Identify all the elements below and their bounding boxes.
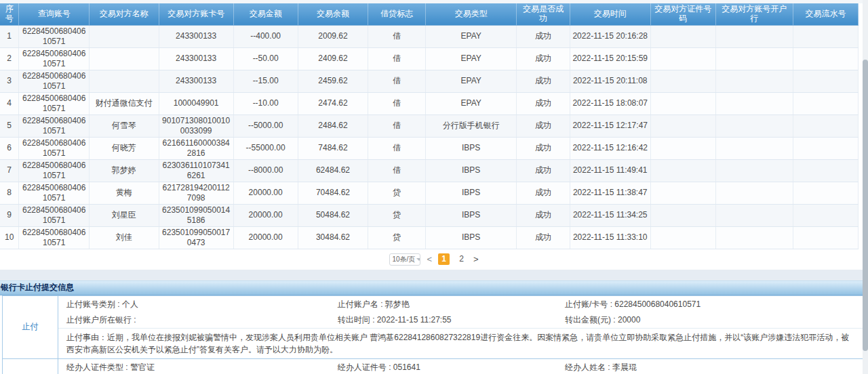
table-row: 26228450068040610571243300133--50.002409… <box>0 47 859 70</box>
table-cell: EPAY <box>426 47 517 70</box>
table-cell: IBPS <box>426 226 517 249</box>
table-cell: 6228450068040610571 <box>19 92 90 115</box>
table-cell: 2484.62 <box>298 115 368 137</box>
table-cell <box>793 92 858 115</box>
table-cell <box>793 182 858 204</box>
table-cell: 243300133 <box>159 70 233 92</box>
table-cell: 30484.62 <box>298 226 368 249</box>
table-cell: 7484.62 <box>298 137 368 159</box>
table-cell: 刘星臣 <box>90 204 159 226</box>
page-button-2[interactable]: 2 <box>456 253 467 265</box>
table-cell: 成功 <box>517 92 570 115</box>
table-cell: 6228450068040610571 <box>19 182 90 204</box>
table-cell: IBPS <box>426 204 517 226</box>
table-row: 86228450068040610571黄梅621728194200112709… <box>0 182 859 204</box>
field-transfer-amount: 转出金额(元) : 20000 <box>565 314 864 326</box>
next-page-button[interactable]: > <box>473 255 479 264</box>
column-header: 交易对方名称 <box>90 3 159 25</box>
table-cell <box>793 25 858 47</box>
field-row: 止付账户所在银行 : 转出时间 : 2022-11-15 11:27:55 转出… <box>58 312 864 328</box>
table-cell <box>650 70 715 92</box>
table-cell <box>715 226 793 249</box>
group-label-zhifu: 止付 <box>3 296 58 359</box>
table-cell: 2409.62 <box>298 47 368 70</box>
field-agent-name: 经办人姓名 : 李晨琨 <box>565 362 864 373</box>
table-cell <box>715 137 793 159</box>
table-cell: 成功 <box>517 159 570 182</box>
table-row: 96228450068040610571刘星臣62350109905001451… <box>0 204 859 226</box>
table-cell: EPAY <box>426 92 517 115</box>
table-row: 106228450068040610571刘佳62350109905001704… <box>0 226 859 249</box>
group-label-text: 止付 <box>22 321 39 333</box>
group-label-agent: 经办信息 <box>3 359 58 374</box>
table-cell <box>650 47 715 70</box>
table-cell: 6235010990500170473 <box>159 226 233 249</box>
vertical-scrollbar-thumb[interactable] <box>863 60 868 351</box>
table-cell: 243300133 <box>159 47 233 70</box>
table-cell: --10.00 <box>233 92 298 115</box>
table-cell: 4 <box>0 92 19 115</box>
prev-page-button[interactable]: < <box>427 255 432 264</box>
table-cell <box>793 204 858 226</box>
table-cell: 2022-11-15 11:33:10 <box>570 226 650 249</box>
table-cell: 7 <box>0 159 19 182</box>
table-cell: --55000.00 <box>233 137 298 159</box>
table-cell: 6228450068040610571 <box>19 137 90 159</box>
transactions-table: 序号查询账号交易对方名称交易对方账卡号交易金额交易余额借贷标志交易类型交易是否成… <box>0 3 859 249</box>
table-cell: 2022-11-15 20:15:59 <box>570 47 650 70</box>
table-cell <box>90 25 159 47</box>
table-cell: 6228450068040610571 <box>19 159 90 182</box>
table-cell: 2459.62 <box>298 70 368 92</box>
column-header: 交易对方账号开户行 <box>715 3 793 25</box>
page-size-label: 10条/页 <box>392 255 415 264</box>
table-cell: EPAY <box>426 70 517 92</box>
table-cell: IBPS <box>426 182 517 204</box>
field-cert-no: 经办人证件号 : 051641 <box>338 362 565 373</box>
table-row: 36228450068040610571243300133--15.002459… <box>0 70 859 92</box>
table-cell: --400.00 <box>233 25 298 47</box>
table-cell: 郭梦婷 <box>90 159 159 182</box>
table-cell: 6228450068040610571 <box>19 204 90 226</box>
table-cell: IBPS <box>426 159 517 182</box>
table-cell <box>793 70 858 92</box>
table-cell: 3 <box>0 70 19 92</box>
table-row: 16228450068040610571243300133--400.00200… <box>0 25 859 47</box>
table-cell: 6228450068040610571 <box>19 25 90 47</box>
table-cell: 6228450068040610571 <box>19 47 90 70</box>
table-cell <box>793 159 858 182</box>
field-cert-type: 经办人证件类型 : 警官证 <box>66 362 338 373</box>
page-button-1[interactable]: 1 <box>438 253 450 265</box>
stop-reason: 止付事由：近期，我单位在接报刘妮被骗警情中，发现涉案人员利用贵单位相关账户 曹鸿… <box>58 328 864 358</box>
table-cell: 刘佳 <box>90 226 159 249</box>
table-cell: 2022-11-15 11:34:25 <box>570 204 650 226</box>
column-header: 交易流水号 <box>793 3 858 25</box>
table-cell: --5000.00 <box>233 115 298 137</box>
vertical-scrollbar-track[interactable] <box>863 0 868 374</box>
table-cell: 20000.00 <box>233 226 298 249</box>
table-cell: 成功 <box>517 115 570 137</box>
table-cell: --50.00 <box>233 47 298 70</box>
table-cell: 6217281942001127098 <box>159 182 233 204</box>
table-cell: 2022-11-15 20:11:08 <box>570 70 650 92</box>
table-cell: 1000049901 <box>159 92 233 115</box>
table-cell: --8000.00 <box>233 159 298 182</box>
table-cell: 2022-11-15 18:08:07 <box>570 92 650 115</box>
table-cell: 成功 <box>517 70 570 92</box>
table-cell <box>90 70 159 92</box>
table-row: 46228450068040610571财付通微信支付1000049901--1… <box>0 92 859 115</box>
table-cell <box>650 226 715 249</box>
table-cell <box>715 92 793 115</box>
page-size-select[interactable]: 10条/页 <box>389 253 420 266</box>
table-cell: 借 <box>368 115 426 137</box>
table-cell: 黄梅 <box>90 182 159 204</box>
table-cell: IBPS <box>426 137 517 159</box>
table-cell: 2 <box>0 47 19 70</box>
table-cell: 成功 <box>517 204 570 226</box>
table-cell: 成功 <box>517 226 570 249</box>
field-row: 经办人证件类型 : 警官证 经办人证件号 : 051641 经办人姓名 : 李晨… <box>58 359 864 374</box>
table-cell: 2022-11-15 12:17:47 <box>570 115 650 137</box>
column-header: 序号 <box>0 3 19 25</box>
table-cell <box>715 204 793 226</box>
table-cell: 6228450068040610571 <box>19 226 90 249</box>
table-cell: 6 <box>0 137 19 159</box>
